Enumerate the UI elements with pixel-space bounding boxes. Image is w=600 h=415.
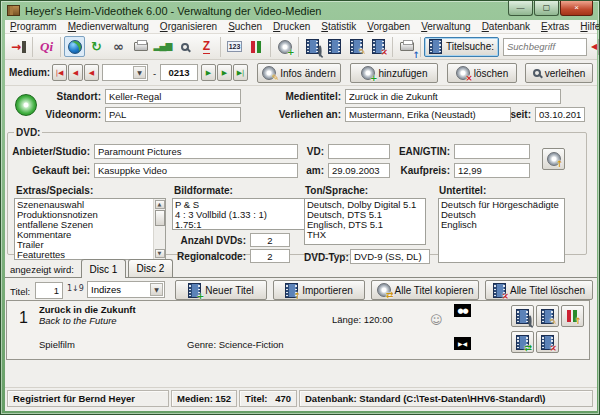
menu-verwaltung[interactable]: Verwaltung	[421, 21, 470, 32]
title-view-button[interactable]	[511, 305, 534, 327]
medium-prev-lent-button[interactable]: ◀	[68, 64, 83, 81]
loeschen-button[interactable]: × löschen	[447, 63, 517, 83]
vd-input[interactable]	[328, 144, 390, 159]
hinzufuegen-button[interactable]: + hinzufügen	[350, 63, 438, 83]
browse-button[interactable]	[174, 36, 195, 57]
titel-number-input[interactable]	[35, 282, 63, 299]
medientitel-input[interactable]	[345, 89, 561, 104]
verleihen-button[interactable]: verleihen	[525, 63, 593, 83]
extras-scrollbar[interactable]: ▲ ▼	[153, 199, 165, 259]
internet-lookup-button[interactable]: ↑	[542, 148, 565, 170]
menu-medienverwaltung[interactable]: Medienverwaltung	[68, 21, 149, 32]
search-input[interactable]	[503, 38, 587, 56]
search-button[interactable]: ∞	[108, 36, 129, 57]
quickinfo-button[interactable]: Qi	[36, 36, 57, 57]
stats-bars-button[interactable]	[246, 36, 267, 57]
statistics-button[interactable]: ▂▄▆	[152, 36, 173, 57]
film-icon: ⇄	[516, 335, 529, 350]
film-icon: ↑	[285, 283, 298, 298]
ton-label: Ton/Sprache:	[305, 185, 368, 196]
menu-extras[interactable]: Extras	[541, 21, 569, 32]
cd-icon: ×	[456, 66, 470, 80]
sort-numeric-icon[interactable]: 1↓9	[67, 285, 84, 293]
standort-input[interactable]	[105, 89, 241, 104]
print-export-button[interactable]: ↑	[396, 36, 417, 57]
extras-listbox[interactable]: Szenenauswahl Produktionsnotizen entfall…	[14, 198, 166, 260]
globe-icon	[68, 40, 82, 54]
menu-vorgaben[interactable]: Vorgaben	[367, 21, 410, 32]
page-prev-icon[interactable]: ◀	[591, 43, 597, 51]
menu-programm[interactable]: Programm	[10, 21, 57, 32]
add-medium-button[interactable]: +	[274, 36, 295, 57]
medium-next-lent-button[interactable]: ▶	[217, 64, 232, 81]
binoculars-icon: ∞	[113, 40, 124, 53]
alle-titel-kopieren-button[interactable]: ⇄ Alle Titel kopieren	[371, 280, 479, 300]
indizes-dropdown[interactable]: Indizes ▼	[87, 281, 165, 298]
title-edit-button[interactable]: ✎	[536, 305, 559, 327]
am-input[interactable]	[328, 163, 390, 178]
videonorm-input[interactable]	[105, 107, 241, 122]
medium-number-input[interactable]	[160, 64, 198, 81]
title-edit-button[interactable]: ✎	[346, 36, 367, 57]
gekauft-input[interactable]	[94, 163, 298, 178]
menu-suchen[interactable]: Suchen	[228, 21, 262, 32]
sort-button[interactable]: Z	[196, 36, 217, 57]
close-button[interactable]: ×	[560, 1, 593, 16]
menu-organisieren[interactable]: Organisieren	[160, 21, 217, 32]
tab-disc1[interactable]: Disc 1	[81, 259, 126, 278]
list-item[interactable]: Englisch	[441, 220, 562, 230]
title-search-button[interactable]	[302, 36, 323, 57]
title-stats-button[interactable]: ↑	[561, 305, 584, 327]
list-item[interactable]: THX	[307, 230, 423, 240]
medium-prev-button[interactable]: ◀	[84, 64, 99, 81]
menu-hilfe[interactable]: Hilfe	[580, 21, 600, 32]
titelsuche-button[interactable]: Titelsuche:	[424, 37, 499, 57]
verliehen-input[interactable]	[345, 107, 511, 122]
refresh-button[interactable]: ↻	[86, 36, 107, 57]
title-list[interactable]: 1 Zurück in die Zukunft Back to the Futu…	[6, 300, 590, 360]
film-icon: ×	[493, 283, 506, 298]
minimize-button[interactable]: —	[508, 1, 533, 16]
medium-first-button[interactable]: |◀	[52, 64, 67, 81]
infos-aendern-button[interactable]: ✎ Infos ändern	[257, 63, 341, 83]
title-export-button[interactable]: ⇄	[511, 331, 534, 353]
regionalcode-input[interactable]	[250, 249, 290, 263]
ton-listbox[interactable]: Deutsch, Dolby Digital 5.1 Deutsch, DTS …	[304, 198, 426, 245]
print-button[interactable]	[130, 36, 151, 57]
numbers-icon: 123	[227, 41, 243, 52]
menu-statistik[interactable]: Statistik	[321, 21, 356, 32]
ean-input[interactable]	[454, 144, 530, 159]
scroll-down-icon[interactable]: ▼	[155, 249, 165, 258]
anbieter-input[interactable]	[94, 144, 298, 159]
dvd-typ-input[interactable]	[350, 249, 430, 264]
kaufpreis-input[interactable]	[454, 163, 530, 178]
alle-titel-loeschen-button[interactable]: × Alle Titel löschen	[485, 280, 593, 300]
medium-dropdown[interactable]: ▼	[102, 64, 148, 81]
toolbar-separator	[392, 37, 393, 57]
menu-drucken[interactable]: Drucken	[273, 21, 310, 32]
title-view-button[interactable]	[324, 36, 345, 57]
tab-disc2[interactable]: Disc 2	[128, 259, 173, 277]
online-button[interactable]	[64, 36, 85, 57]
untertitel-listbox[interactable]: Deutsch für Hörgeschädigte Deutsch Engli…	[438, 198, 565, 263]
chevron-down-icon[interactable]: ▼	[133, 66, 146, 79]
menu-datenbank[interactable]: Datenbank	[482, 21, 530, 32]
seit-input[interactable]	[535, 107, 585, 122]
exit-button[interactable]: →	[8, 36, 29, 57]
chevron-down-icon[interactable]: ▼	[150, 283, 163, 296]
medium-next-button[interactable]: ▶	[201, 64, 216, 81]
scroll-thumb[interactable]	[155, 210, 165, 226]
cross-badge-icon: ×	[380, 48, 388, 57]
importieren-button[interactable]: ↑ Importieren	[273, 280, 365, 300]
numbering-button[interactable]: 123	[224, 36, 245, 57]
neuer-titel-button[interactable]: + Neuer Titel	[175, 280, 267, 300]
anzahl-dvds-input[interactable]	[250, 233, 290, 247]
medium-last-button[interactable]: ▶|	[233, 64, 248, 81]
maximize-button[interactable]: ▢	[534, 1, 559, 16]
neuer-titel-label: Neuer Titel	[205, 285, 253, 296]
scroll-up-icon[interactable]: ▲	[155, 200, 165, 209]
widescreen-badge-icon: ▶◀	[454, 337, 471, 350]
title-delete-button[interactable]: ×	[368, 36, 389, 57]
list-item[interactable]: 1.75:1	[175, 220, 317, 230]
title-delete-button[interactable]: ×	[536, 331, 559, 353]
